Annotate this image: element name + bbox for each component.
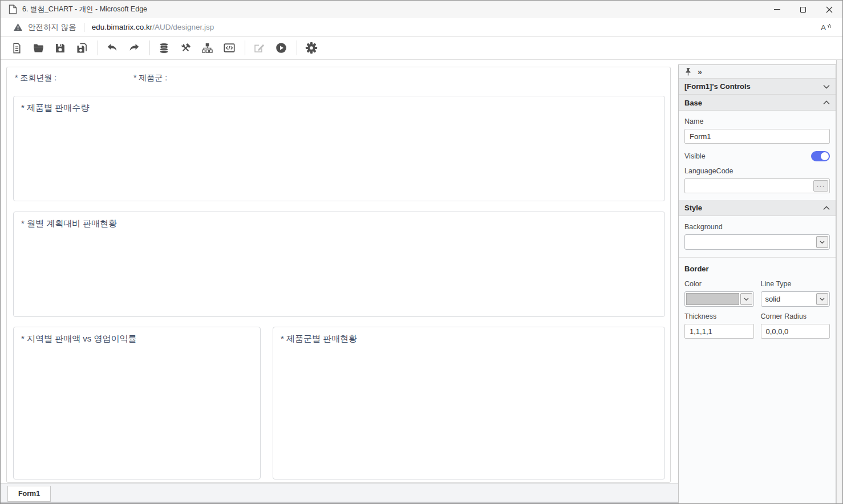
line-type-value: solid [763, 293, 816, 305]
background-value [686, 236, 815, 248]
background-label: Background [684, 223, 830, 231]
close-button[interactable] [816, 1, 842, 18]
panel-title: * 제품군별 판매현황 [281, 334, 357, 344]
corner-radius-input[interactable] [761, 324, 830, 339]
pin-icon[interactable] [684, 67, 692, 76]
undo-button[interactable] [102, 38, 122, 58]
name-input[interactable] [684, 129, 830, 144]
background-dropdown-button[interactable] [816, 236, 828, 248]
main-area: * 조회년월 : * 제품군 : * 제품별 판매수량 * 월별 계획대비 판매… [1, 60, 842, 503]
run-icon [275, 42, 287, 54]
filter-label-productgroup[interactable]: * 제품군 : [133, 73, 167, 83]
panel-title: * 지역별 판매액 vs 영업이익률 [21, 334, 137, 344]
database-button[interactable] [154, 38, 174, 58]
chart-panel-product-sales-qty[interactable]: * 제품별 판매수량 [13, 96, 665, 201]
address-separator [84, 23, 84, 32]
title-bar: 6. 별첨_CHART - 개인 - Microsoft Edge [1, 1, 842, 18]
border-color-swatch [686, 293, 739, 305]
base-section-header[interactable]: Base [679, 95, 836, 111]
toolbar-separator [149, 40, 150, 55]
base-section-body: Name Visible LanguageCode ··· [679, 111, 836, 200]
settings-icon [305, 42, 318, 54]
warning-triangle-icon [13, 23, 23, 31]
collapse-panel-icon[interactable]: » [698, 68, 702, 76]
build-tools-icon [180, 42, 192, 54]
language-code-browse-button[interactable]: ··· [813, 180, 828, 192]
chevron-down-icon [744, 298, 749, 301]
security-label[interactable]: 안전하지 않음 [28, 22, 76, 32]
maximize-button[interactable] [790, 1, 816, 18]
window-controls [764, 1, 842, 18]
border-color-label: Color [684, 280, 754, 288]
section-divider [679, 257, 836, 258]
redo-button[interactable] [124, 38, 144, 58]
code-editor-icon [223, 42, 236, 54]
save-all-button[interactable] [72, 38, 92, 58]
chevron-up-icon [823, 100, 830, 105]
save-icon [54, 42, 66, 54]
controls-header-label: [Form1]'s Controls [684, 82, 751, 91]
chart-panel-monthly-plan-vs-actual[interactable]: * 월별 계획대비 판매현황 [13, 212, 665, 317]
minimize-icon [774, 9, 780, 10]
new-document-icon [11, 42, 23, 54]
controls-header[interactable]: [Form1]'s Controls [679, 79, 836, 95]
visible-label: Visible [684, 152, 706, 160]
edit-button[interactable] [249, 38, 269, 58]
background-dropdown[interactable] [684, 234, 830, 250]
filter-label-yearmonth[interactable]: * 조회년월 : [15, 73, 56, 83]
thickness-label: Thickness [684, 312, 754, 320]
language-code-input[interactable] [684, 178, 830, 193]
browser-window: 6. 별첨_CHART - 개인 - Microsoft Edge 안전하지 않… [0, 0, 843, 504]
build-tools-button[interactable] [176, 38, 196, 58]
designer-toolbar [1, 36, 842, 60]
redo-icon [128, 42, 140, 54]
form-canvas[interactable]: * 조회년월 : * 제품군 : * 제품별 판매수량 * 월별 계획대비 판매… [6, 67, 671, 483]
base-section-label: Base [684, 99, 702, 107]
panel-toolbar: » [679, 65, 836, 79]
open-folder-button[interactable] [29, 38, 48, 58]
address-bar: 안전하지 않음 edu.bimatrix.co.kr/AUD/designer.… [1, 18, 842, 36]
panel-title: * 제품별 판매수량 [21, 103, 89, 113]
designer-canvas-region: * 조회년월 : * 제품군 : * 제품별 판매수량 * 월별 계획대비 판매… [1, 60, 678, 503]
chevron-up-icon [823, 206, 830, 210]
line-type-dropdown[interactable]: solid [761, 291, 830, 307]
maximize-icon [800, 7, 806, 13]
thickness-input[interactable] [684, 324, 754, 339]
properties-panel: » [Form1]'s Controls Base Name Visible L… [678, 64, 836, 503]
save-all-icon [76, 42, 88, 54]
minimize-button[interactable] [764, 1, 790, 18]
chart-panel-region-sales-vs-profit[interactable]: * 지역별 판매액 vs 영업이익률 [13, 327, 261, 479]
chevron-down-icon [823, 84, 830, 89]
run-button[interactable] [271, 38, 291, 58]
border-color-dropdown[interactable] [684, 291, 754, 307]
save-button[interactable] [50, 38, 70, 58]
undo-icon [106, 42, 119, 54]
page-icon [9, 5, 17, 14]
language-code-label: LanguageCode [684, 167, 830, 175]
new-document-button[interactable] [7, 38, 27, 58]
hierarchy-icon [201, 42, 213, 54]
corner-radius-label: Corner Radius [761, 312, 830, 320]
toolbar-separator [297, 40, 297, 55]
url-field[interactable]: edu.bimatrix.co.kr/AUD/designer.jsp [92, 23, 214, 31]
style-section-header[interactable]: Style [679, 200, 836, 216]
scrollbar-track[interactable] [836, 60, 842, 503]
style-section-body: Background Border Color [679, 216, 836, 346]
read-aloud-icon: A [820, 22, 832, 32]
panel-title: * 월별 계획대비 판매현황 [21, 218, 117, 229]
border-color-dropdown-button[interactable] [740, 293, 752, 305]
code-editor-button[interactable] [219, 38, 239, 58]
toolbar-separator [98, 40, 98, 55]
open-folder-icon [33, 42, 44, 54]
chart-panel-productgroup-sales[interactable]: * 제품군별 판매현황 [273, 327, 665, 479]
border-subsection-label: Border [684, 265, 830, 273]
read-aloud-button[interactable]: A [818, 20, 833, 35]
visible-toggle[interactable] [811, 151, 830, 161]
settings-button[interactable] [301, 38, 321, 58]
form-tab-bar: Form1 [1, 483, 678, 503]
tab-form1[interactable]: Form1 [7, 486, 51, 502]
line-type-dropdown-button[interactable] [816, 293, 828, 305]
url-path: /AUD/designer.jsp [152, 23, 214, 31]
hierarchy-button[interactable] [197, 38, 217, 58]
chevron-down-icon [820, 241, 825, 244]
